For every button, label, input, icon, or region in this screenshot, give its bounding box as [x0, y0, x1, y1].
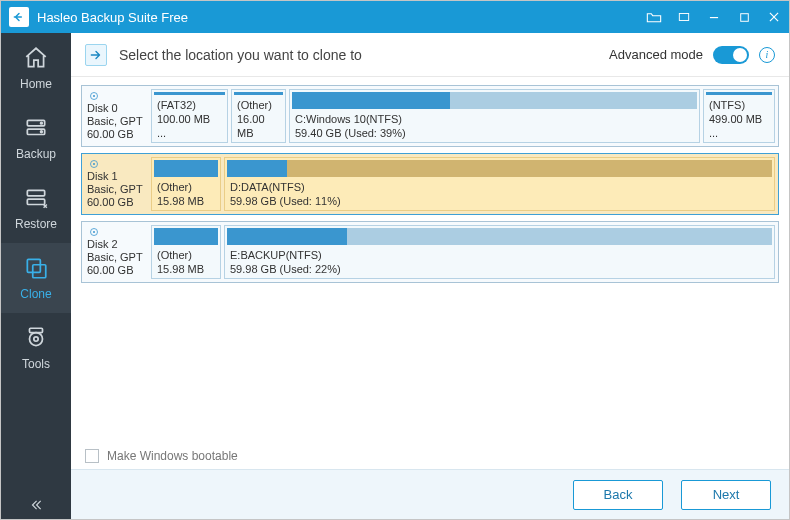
- svg-rect-9: [27, 190, 44, 195]
- make-bootable-label: Make Windows bootable: [107, 449, 238, 463]
- disk-name: Disk 2: [87, 238, 146, 251]
- close-icon[interactable]: [759, 1, 789, 33]
- partition[interactable]: D:DATA(NTFS)59.98 GB (Used: 11%): [224, 157, 775, 211]
- sidebar-item-restore[interactable]: Restore: [1, 173, 71, 243]
- partition-label: (FAT32): [157, 98, 222, 112]
- clone-target-icon: [85, 44, 107, 66]
- svg-rect-10: [27, 199, 44, 204]
- partition-size: 499.00 MB ...: [709, 112, 769, 140]
- disk-info: Disk 2Basic, GPT60.00 GB: [85, 225, 148, 279]
- partition-usage-bar: [154, 228, 218, 245]
- partition-label: (Other): [157, 180, 215, 194]
- back-button[interactable]: Back: [573, 480, 663, 510]
- partition-label: E:BACKUP(NTFS): [230, 248, 769, 262]
- disk-size: 60.00 GB: [87, 196, 146, 209]
- svg-point-7: [41, 122, 43, 124]
- page-header: Select the location you want to clone to…: [71, 33, 789, 77]
- disk-info: Disk 0Basic, GPT60.00 GB: [85, 89, 148, 143]
- partition-size: 59.40 GB (Used: 39%): [295, 126, 694, 140]
- disk-scheme: Basic, GPT: [87, 183, 146, 196]
- sidebar-item-home[interactable]: Home: [1, 33, 71, 103]
- partition[interactable]: E:BACKUP(NTFS)59.98 GB (Used: 22%): [224, 225, 775, 279]
- partition[interactable]: (FAT32)100.00 MB ...: [151, 89, 228, 143]
- disk-size: 60.00 GB: [87, 128, 146, 141]
- sidebar-item-label: Restore: [15, 217, 57, 231]
- partition-usage-bar: [227, 228, 772, 245]
- svg-point-17: [93, 95, 95, 97]
- partition[interactable]: (Other)15.98 MB: [151, 225, 221, 279]
- partition-size: 16.00 MB: [237, 112, 280, 140]
- disk-name: Disk 1: [87, 170, 146, 183]
- partition-size: 59.98 GB (Used: 22%): [230, 262, 769, 276]
- open-folder-icon[interactable]: [639, 1, 669, 33]
- app-title: Hasleo Backup Suite Free: [37, 10, 188, 25]
- partition[interactable]: (Other)16.00 MB: [231, 89, 286, 143]
- disk-row[interactable]: Disk 1Basic, GPT60.00 GB(Other)15.98 MBD…: [81, 153, 779, 215]
- partition-label: D:DATA(NTFS): [230, 180, 769, 194]
- svg-rect-12: [33, 265, 46, 278]
- sidebar-item-clone[interactable]: Clone: [1, 243, 71, 313]
- page-title: Select the location you want to clone to: [119, 47, 362, 63]
- partition-usage-bar: [154, 160, 218, 177]
- main: Select the location you want to clone to…: [71, 33, 789, 519]
- partition-size: 15.98 MB: [157, 194, 215, 208]
- make-bootable-checkbox[interactable]: [85, 449, 99, 463]
- svg-point-14: [34, 337, 38, 341]
- maximize-icon[interactable]: [729, 1, 759, 33]
- partition-usage-bar: [154, 92, 225, 95]
- disk-row[interactable]: Disk 2Basic, GPT60.00 GB(Other)15.98 MBE…: [81, 221, 779, 283]
- partition-usage-bar: [227, 160, 772, 177]
- sidebar-item-label: Clone: [20, 287, 51, 301]
- advanced-mode-toggle[interactable]: [713, 46, 749, 64]
- partition-label: C:Windows 10(NTFS): [295, 112, 694, 126]
- partition-usage-bar: [706, 92, 772, 95]
- sidebar-item-label: Home: [20, 77, 52, 91]
- partition-label: (Other): [157, 248, 215, 262]
- body: Home Backup Restore Clone Tools: [1, 33, 789, 519]
- next-button[interactable]: Next: [681, 480, 771, 510]
- disk-info: Disk 1Basic, GPT60.00 GB: [85, 157, 148, 211]
- partition-usage-bar: [234, 92, 283, 95]
- minimize-icon[interactable]: [699, 1, 729, 33]
- titlebar: Hasleo Backup Suite Free: [1, 1, 789, 33]
- sidebar-item-label: Backup: [16, 147, 56, 161]
- partition-size: 100.00 MB ...: [157, 112, 222, 140]
- sidebar-item-tools[interactable]: Tools: [1, 313, 71, 383]
- options-row: Make Windows bootable: [71, 441, 789, 469]
- advanced-mode-label: Advanced mode: [609, 47, 703, 62]
- partition[interactable]: (NTFS)499.00 MB ...: [703, 89, 775, 143]
- disk-size: 60.00 GB: [87, 264, 146, 277]
- partition[interactable]: (Other)15.98 MB: [151, 157, 221, 211]
- disk-scheme: Basic, GPT: [87, 115, 146, 128]
- app-window: Hasleo Backup Suite Free Home Backup: [0, 0, 790, 520]
- sidebar-collapse-icon[interactable]: [1, 491, 71, 519]
- svg-point-21: [93, 231, 95, 233]
- partition-usage-bar: [292, 92, 697, 109]
- svg-rect-15: [30, 328, 43, 332]
- partition-size: 59.98 GB (Used: 11%): [230, 194, 769, 208]
- partition-label: (NTFS): [709, 98, 769, 112]
- info-icon[interactable]: i: [759, 47, 775, 63]
- disk-scheme: Basic, GPT: [87, 251, 146, 264]
- disk-row[interactable]: Disk 0Basic, GPT60.00 GB(FAT32)100.00 MB…: [81, 85, 779, 147]
- disk-list: Disk 0Basic, GPT60.00 GB(FAT32)100.00 MB…: [71, 77, 789, 441]
- window-secondary-icon[interactable]: [669, 1, 699, 33]
- partition-size: 15.98 MB: [157, 262, 215, 276]
- partition-label: (Other): [237, 98, 280, 112]
- svg-rect-2: [740, 13, 748, 21]
- partition[interactable]: C:Windows 10(NTFS)59.40 GB (Used: 39%): [289, 89, 700, 143]
- app-icon: [9, 7, 29, 27]
- svg-point-13: [30, 333, 43, 346]
- disk-name: Disk 0: [87, 102, 146, 115]
- sidebar-item-backup[interactable]: Backup: [1, 103, 71, 173]
- svg-point-8: [41, 131, 43, 133]
- footer: Back Next: [71, 469, 789, 519]
- sidebar: Home Backup Restore Clone Tools: [1, 33, 71, 519]
- sidebar-item-label: Tools: [22, 357, 50, 371]
- svg-rect-0: [679, 14, 688, 21]
- svg-point-19: [93, 163, 95, 165]
- svg-rect-11: [27, 259, 40, 272]
